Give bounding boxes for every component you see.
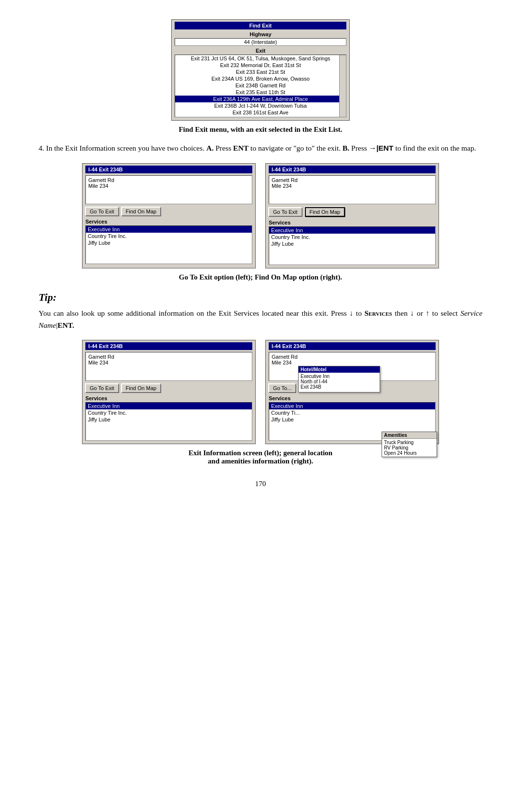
service-item[interactable]: Jiffy Lube bbox=[269, 240, 435, 247]
tip-text4: or bbox=[417, 309, 426, 317]
exit-panel-right-title: I-44 Exit 234B bbox=[269, 166, 436, 173]
hotel-line2: North of I-44 bbox=[301, 379, 378, 384]
services-list-right-bottom: Executive Inn Country Ti... Jiffy Lube A… bbox=[269, 402, 436, 441]
hotel-popup-title: Hotel/Motel bbox=[299, 366, 380, 373]
tip-text3: then bbox=[395, 309, 410, 317]
list-item-selected[interactable]: Exit 236A 129th Ave East, Admiral Place bbox=[175, 96, 346, 102]
page-content: Find Exit Highway 44 (Interstate) Exit E… bbox=[39, 19, 482, 488]
tip-text5: to select bbox=[432, 309, 461, 317]
exit-label: Exit bbox=[175, 48, 346, 54]
btn-row-left-bottom: Go To Exit Find On Map bbox=[85, 384, 252, 392]
exit-info-line2: Mile 234 bbox=[88, 360, 249, 365]
exit-info-content-left-top: Garnett Rd Mile 234 bbox=[85, 175, 252, 204]
amenity-2: RV Parking bbox=[384, 445, 435, 450]
exit-info-line2-left: Mile 234 bbox=[88, 183, 249, 189]
services-label-left-bottom: Services bbox=[85, 395, 252, 401]
tip-up: ↑ bbox=[425, 309, 429, 317]
find-exit-dialog[interactable]: Find Exit Highway 44 (Interstate) Exit E… bbox=[171, 19, 350, 121]
amenity-3: Open 24 Hours bbox=[384, 450, 435, 456]
tip-text2: to bbox=[356, 309, 365, 317]
exit-info-line1-rb: Garnett Rd bbox=[272, 354, 433, 360]
list-item[interactable]: Exit 234A US 169, Broken Arrow, Owasso bbox=[175, 75, 346, 82]
exit-panel-left-bottom: I-44 Exit 234B Garnett Rd Mile 234 Go To… bbox=[82, 340, 256, 444]
tip-paragraph: You can also look up some additional inf… bbox=[39, 308, 482, 332]
hotel-motel-popup: Hotel/Motel Executive Inn North of I-44 … bbox=[298, 366, 380, 392]
amenities-content: Truck Parking RV Parking Open 24 Hours bbox=[382, 439, 437, 457]
exit-panel-right-bottom-title: I-44 Exit 234B bbox=[269, 342, 436, 350]
para-text5: to find the exit on the map. bbox=[395, 144, 476, 152]
exit-info-content-right-bottom: Garnett Rd Mile 234 Hotel/Motel Executiv… bbox=[269, 352, 436, 381]
services-list-right-top: Executive Inn Country Tire Inc. Jiffy Lu… bbox=[269, 226, 436, 265]
services-list-left-top: Executive Inn Country Tire Inc. Jiffy Lu… bbox=[85, 225, 252, 264]
list-item[interactable]: Exit 234B Garnett Rd bbox=[175, 82, 346, 89]
caption2: Go To Exit option (left); Find On Map op… bbox=[39, 273, 482, 281]
go-to-btn-rb[interactable]: Go To... bbox=[269, 384, 296, 392]
exit-info-line1-left: Garnett Rd bbox=[88, 177, 249, 183]
exit-listbox[interactable]: Exit 231 Jct US 64, OK 51, Tulsa, Muskog… bbox=[175, 55, 346, 117]
para-text1: In the Exit Information screen you have … bbox=[46, 144, 206, 152]
service-name-exec: Executive Inn bbox=[271, 403, 303, 409]
service-item[interactable]: Executive Inn bbox=[86, 226, 252, 233]
tip-down2: ↓ bbox=[411, 309, 414, 317]
service-item[interactable]: Country Tire Inc. bbox=[86, 233, 252, 239]
para-text4: Press bbox=[351, 144, 369, 152]
para-bold-a: A. bbox=[206, 144, 214, 152]
exit-panels-top-row: I-44 Exit 234B Garnett Rd Mile 234 Go To… bbox=[39, 163, 482, 268]
exit-panels-bottom-row: I-44 Exit 234B Garnett Rd Mile 234 Go To… bbox=[39, 340, 482, 444]
body-paragraph: 4. In the Exit Information screen you ha… bbox=[39, 142, 482, 154]
go-to-exit-btn-left-bottom[interactable]: Go To Exit bbox=[85, 384, 119, 392]
hotel-line3: Exit 234B bbox=[301, 384, 378, 390]
find-on-map-button-right-active[interactable]: Find On Map bbox=[305, 207, 345, 217]
exit-info-content-left-bottom: Garnett Rd Mile 234 bbox=[85, 352, 252, 381]
amenity-1: Truck Parking bbox=[384, 440, 435, 445]
para-arrow-ent: →|ENT bbox=[369, 144, 394, 152]
para-text3: to navigate or "go to" the exit. bbox=[250, 144, 343, 152]
list-item[interactable]: Exit 232 Memorial Dr, East 31st St bbox=[175, 62, 346, 69]
caption1-text: Find Exit menu, with an exit selected in… bbox=[178, 126, 342, 133]
service-item[interactable]: Country Ti... bbox=[269, 409, 435, 416]
list-item[interactable]: Exit 236B Jct I-244 W, Downtown Tulsa bbox=[175, 102, 346, 109]
find-on-map-btn-left-bottom[interactable]: Find On Map bbox=[122, 384, 161, 392]
page-number: 170 bbox=[39, 480, 482, 488]
tip-services-caps: Services bbox=[365, 309, 392, 317]
exit-panel-right-top: I-44 Exit 234B Garnett Rd Mile 234 Go To… bbox=[265, 163, 439, 268]
list-item[interactable]: Exit 233 East 21st St bbox=[175, 69, 346, 75]
caption1: Find Exit menu, with an exit selected in… bbox=[39, 126, 482, 134]
service-item[interactable]: Country Tire Inc. bbox=[269, 234, 435, 240]
list-item[interactable]: Exit 235 East 11th St bbox=[175, 89, 346, 96]
para-bold-b: B. bbox=[343, 144, 349, 152]
tip-bold-ent: ENT. bbox=[57, 321, 74, 329]
exit-info-line2-rb: Mile 234 bbox=[272, 360, 433, 365]
exit-panel-left-top: I-44 Exit 234B Garnett Rd Mile 234 Go To… bbox=[82, 163, 256, 268]
btn-row-left-top: Go To Exit Find On Map bbox=[85, 207, 252, 216]
service-item[interactable]: Jiffy Lube bbox=[269, 416, 435, 423]
exit-info-line2-right: Mile 234 bbox=[272, 183, 433, 189]
go-to-exit-button-right[interactable]: Go To Exit bbox=[269, 208, 302, 216]
para-bold-ent: ENT bbox=[233, 144, 248, 152]
caption2-text: Go To Exit option (left); Find On Map op… bbox=[179, 273, 342, 281]
highway-value[interactable]: 44 (Interstate) bbox=[175, 38, 346, 46]
services-label-right: Services bbox=[269, 220, 436, 225]
highway-label: Highway bbox=[175, 31, 346, 37]
list-item[interactable]: Exit 238 161st East Ave bbox=[175, 109, 346, 116]
exit-info-line1-right: Garnett Rd bbox=[272, 177, 433, 183]
list-item[interactable]: Exit 240A OK 167 N, 193rd East Ave, Tuls… bbox=[175, 116, 346, 117]
go-to-exit-button-left[interactable]: Go To Exit bbox=[85, 207, 119, 216]
exit-info-content-right-top: Garnett Rd Mile 234 bbox=[269, 175, 436, 204]
service-item[interactable]: Executive Inn bbox=[269, 403, 435, 409]
service-item[interactable]: Jiffy Lube bbox=[86, 416, 252, 423]
hotel-popup-content: Executive Inn North of I-44 Exit 234B bbox=[299, 373, 380, 392]
service-item[interactable]: Jiffy Lube bbox=[86, 239, 252, 246]
scrollbar[interactable] bbox=[339, 55, 346, 117]
list-item[interactable]: Exit 231 Jct US 64, OK 51, Tulsa, Muskog… bbox=[175, 55, 346, 62]
tip-heading: Tip: bbox=[39, 291, 482, 304]
dialog-title: Find Exit bbox=[175, 22, 346, 29]
caption3-line2: and amenities information (right). bbox=[39, 457, 482, 465]
services-label-right-bottom: Services bbox=[269, 395, 436, 401]
service-item[interactable]: Executive Inn bbox=[269, 227, 435, 234]
find-on-map-button-left[interactable]: Find On Map bbox=[122, 207, 161, 216]
services-label-left: Services bbox=[85, 219, 252, 224]
services-list-left-bottom: Executive Inn Country Tire Inc. Jiffy Lu… bbox=[85, 402, 252, 441]
service-item[interactable]: Country Tire Inc. bbox=[86, 409, 252, 416]
service-item[interactable]: Executive Inn bbox=[86, 403, 252, 409]
